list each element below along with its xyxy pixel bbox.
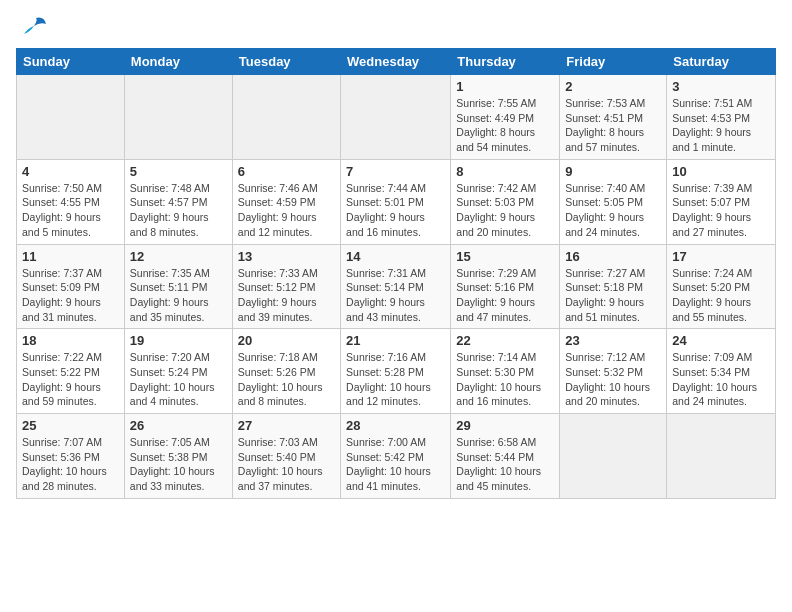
day-number: 14 — [346, 249, 445, 264]
day-info: Sunrise: 7:14 AM Sunset: 5:30 PM Dayligh… — [456, 350, 554, 409]
calendar-cell — [667, 414, 776, 499]
calendar-cell: 27Sunrise: 7:03 AM Sunset: 5:40 PM Dayli… — [232, 414, 340, 499]
calendar-cell: 17Sunrise: 7:24 AM Sunset: 5:20 PM Dayli… — [667, 244, 776, 329]
day-info: Sunrise: 7:53 AM Sunset: 4:51 PM Dayligh… — [565, 96, 661, 155]
day-number: 7 — [346, 164, 445, 179]
day-info: Sunrise: 7:12 AM Sunset: 5:32 PM Dayligh… — [565, 350, 661, 409]
day-number: 9 — [565, 164, 661, 179]
weekday-header-thursday: Thursday — [451, 49, 560, 75]
calendar-cell: 11Sunrise: 7:37 AM Sunset: 5:09 PM Dayli… — [17, 244, 125, 329]
calendar-cell: 23Sunrise: 7:12 AM Sunset: 5:32 PM Dayli… — [560, 329, 667, 414]
day-number: 4 — [22, 164, 119, 179]
day-number: 5 — [130, 164, 227, 179]
day-info: Sunrise: 7:48 AM Sunset: 4:57 PM Dayligh… — [130, 181, 227, 240]
logo — [16, 16, 50, 40]
weekday-header-wednesday: Wednesday — [341, 49, 451, 75]
calendar-header-row: SundayMondayTuesdayWednesdayThursdayFrid… — [17, 49, 776, 75]
weekday-header-monday: Monday — [124, 49, 232, 75]
day-info: Sunrise: 7:00 AM Sunset: 5:42 PM Dayligh… — [346, 435, 445, 494]
calendar-cell: 21Sunrise: 7:16 AM Sunset: 5:28 PM Dayli… — [341, 329, 451, 414]
calendar-cell: 8Sunrise: 7:42 AM Sunset: 5:03 PM Daylig… — [451, 159, 560, 244]
day-info: Sunrise: 7:39 AM Sunset: 5:07 PM Dayligh… — [672, 181, 770, 240]
calendar-cell: 7Sunrise: 7:44 AM Sunset: 5:01 PM Daylig… — [341, 159, 451, 244]
day-info: Sunrise: 7:05 AM Sunset: 5:38 PM Dayligh… — [130, 435, 227, 494]
day-number: 8 — [456, 164, 554, 179]
day-number: 28 — [346, 418, 445, 433]
calendar-cell: 10Sunrise: 7:39 AM Sunset: 5:07 PM Dayli… — [667, 159, 776, 244]
day-number: 21 — [346, 333, 445, 348]
day-info: Sunrise: 7:33 AM Sunset: 5:12 PM Dayligh… — [238, 266, 335, 325]
calendar-cell: 29Sunrise: 6:58 AM Sunset: 5:44 PM Dayli… — [451, 414, 560, 499]
calendar-cell — [17, 75, 125, 160]
calendar-cell: 20Sunrise: 7:18 AM Sunset: 5:26 PM Dayli… — [232, 329, 340, 414]
calendar-week-row: 25Sunrise: 7:07 AM Sunset: 5:36 PM Dayli… — [17, 414, 776, 499]
page-header — [16, 16, 776, 40]
day-info: Sunrise: 7:46 AM Sunset: 4:59 PM Dayligh… — [238, 181, 335, 240]
day-number: 29 — [456, 418, 554, 433]
weekday-header-friday: Friday — [560, 49, 667, 75]
logo-icon — [16, 16, 46, 40]
day-number: 26 — [130, 418, 227, 433]
calendar-week-row: 1Sunrise: 7:55 AM Sunset: 4:49 PM Daylig… — [17, 75, 776, 160]
calendar-cell — [560, 414, 667, 499]
calendar-cell: 26Sunrise: 7:05 AM Sunset: 5:38 PM Dayli… — [124, 414, 232, 499]
day-info: Sunrise: 7:07 AM Sunset: 5:36 PM Dayligh… — [22, 435, 119, 494]
day-number: 27 — [238, 418, 335, 433]
calendar-week-row: 18Sunrise: 7:22 AM Sunset: 5:22 PM Dayli… — [17, 329, 776, 414]
calendar-cell: 15Sunrise: 7:29 AM Sunset: 5:16 PM Dayli… — [451, 244, 560, 329]
calendar-cell: 3Sunrise: 7:51 AM Sunset: 4:53 PM Daylig… — [667, 75, 776, 160]
calendar-cell: 13Sunrise: 7:33 AM Sunset: 5:12 PM Dayli… — [232, 244, 340, 329]
calendar-cell: 22Sunrise: 7:14 AM Sunset: 5:30 PM Dayli… — [451, 329, 560, 414]
calendar-cell: 2Sunrise: 7:53 AM Sunset: 4:51 PM Daylig… — [560, 75, 667, 160]
day-info: Sunrise: 7:16 AM Sunset: 5:28 PM Dayligh… — [346, 350, 445, 409]
calendar-cell: 14Sunrise: 7:31 AM Sunset: 5:14 PM Dayli… — [341, 244, 451, 329]
day-number: 10 — [672, 164, 770, 179]
calendar-cell: 25Sunrise: 7:07 AM Sunset: 5:36 PM Dayli… — [17, 414, 125, 499]
day-number: 20 — [238, 333, 335, 348]
day-info: Sunrise: 7:03 AM Sunset: 5:40 PM Dayligh… — [238, 435, 335, 494]
day-info: Sunrise: 7:44 AM Sunset: 5:01 PM Dayligh… — [346, 181, 445, 240]
day-number: 23 — [565, 333, 661, 348]
day-info: Sunrise: 7:40 AM Sunset: 5:05 PM Dayligh… — [565, 181, 661, 240]
day-info: Sunrise: 7:55 AM Sunset: 4:49 PM Dayligh… — [456, 96, 554, 155]
day-number: 25 — [22, 418, 119, 433]
calendar-cell: 5Sunrise: 7:48 AM Sunset: 4:57 PM Daylig… — [124, 159, 232, 244]
day-info: Sunrise: 7:31 AM Sunset: 5:14 PM Dayligh… — [346, 266, 445, 325]
day-number: 3 — [672, 79, 770, 94]
day-info: Sunrise: 7:42 AM Sunset: 5:03 PM Dayligh… — [456, 181, 554, 240]
calendar-cell: 19Sunrise: 7:20 AM Sunset: 5:24 PM Dayli… — [124, 329, 232, 414]
day-info: Sunrise: 7:27 AM Sunset: 5:18 PM Dayligh… — [565, 266, 661, 325]
day-number: 18 — [22, 333, 119, 348]
day-info: Sunrise: 7:18 AM Sunset: 5:26 PM Dayligh… — [238, 350, 335, 409]
day-number: 13 — [238, 249, 335, 264]
day-number: 6 — [238, 164, 335, 179]
calendar-week-row: 11Sunrise: 7:37 AM Sunset: 5:09 PM Dayli… — [17, 244, 776, 329]
day-info: Sunrise: 7:51 AM Sunset: 4:53 PM Dayligh… — [672, 96, 770, 155]
calendar-cell: 24Sunrise: 7:09 AM Sunset: 5:34 PM Dayli… — [667, 329, 776, 414]
calendar-cell: 4Sunrise: 7:50 AM Sunset: 4:55 PM Daylig… — [17, 159, 125, 244]
calendar-cell: 18Sunrise: 7:22 AM Sunset: 5:22 PM Dayli… — [17, 329, 125, 414]
day-info: Sunrise: 7:35 AM Sunset: 5:11 PM Dayligh… — [130, 266, 227, 325]
weekday-header-tuesday: Tuesday — [232, 49, 340, 75]
day-info: Sunrise: 7:09 AM Sunset: 5:34 PM Dayligh… — [672, 350, 770, 409]
day-number: 11 — [22, 249, 119, 264]
day-number: 2 — [565, 79, 661, 94]
calendar-cell: 6Sunrise: 7:46 AM Sunset: 4:59 PM Daylig… — [232, 159, 340, 244]
calendar-cell: 12Sunrise: 7:35 AM Sunset: 5:11 PM Dayli… — [124, 244, 232, 329]
calendar-week-row: 4Sunrise: 7:50 AM Sunset: 4:55 PM Daylig… — [17, 159, 776, 244]
calendar-cell: 16Sunrise: 7:27 AM Sunset: 5:18 PM Dayli… — [560, 244, 667, 329]
day-info: Sunrise: 7:24 AM Sunset: 5:20 PM Dayligh… — [672, 266, 770, 325]
calendar-table: SundayMondayTuesdayWednesdayThursdayFrid… — [16, 48, 776, 499]
day-number: 19 — [130, 333, 227, 348]
day-info: Sunrise: 7:50 AM Sunset: 4:55 PM Dayligh… — [22, 181, 119, 240]
day-info: Sunrise: 7:29 AM Sunset: 5:16 PM Dayligh… — [456, 266, 554, 325]
calendar-cell: 28Sunrise: 7:00 AM Sunset: 5:42 PM Dayli… — [341, 414, 451, 499]
day-info: Sunrise: 7:22 AM Sunset: 5:22 PM Dayligh… — [22, 350, 119, 409]
day-number: 22 — [456, 333, 554, 348]
weekday-header-saturday: Saturday — [667, 49, 776, 75]
day-number: 12 — [130, 249, 227, 264]
day-number: 15 — [456, 249, 554, 264]
calendar-cell: 1Sunrise: 7:55 AM Sunset: 4:49 PM Daylig… — [451, 75, 560, 160]
day-number: 1 — [456, 79, 554, 94]
day-info: Sunrise: 7:37 AM Sunset: 5:09 PM Dayligh… — [22, 266, 119, 325]
